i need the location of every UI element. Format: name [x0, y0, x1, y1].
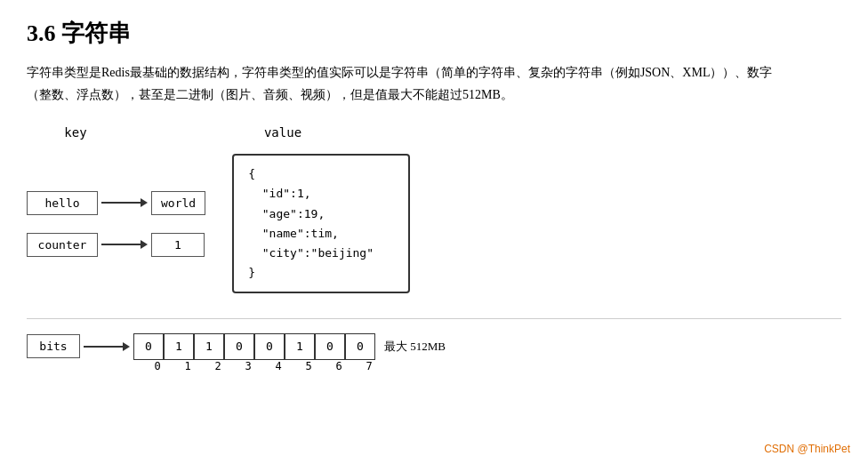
bit-7: 0 — [345, 333, 375, 360]
description-text: 字符串类型是Redis最基础的数据结构，字符串类型的值实际可以是字符串（简单的字… — [27, 61, 792, 106]
table-row: counter 1 — [27, 233, 205, 257]
value-label: value — [238, 125, 327, 140]
key-box-bits: bits — [27, 334, 80, 358]
page-title: 3.6 字符串 — [27, 18, 841, 49]
json-box: { "id":1, "age":19, "name":tim, "city":"… — [232, 154, 410, 293]
bits-section: bits 0 1 1 0 0 1 0 0 最大 512MB 0 1 2 3 — [27, 318, 841, 372]
bit-index-6: 6 — [324, 360, 354, 372]
bit-0: 0 — [133, 333, 164, 360]
bit-3: 0 — [224, 333, 254, 360]
val-box-counter: 1 — [151, 233, 205, 257]
diagram-area: key value hello world counter — [27, 125, 841, 372]
column-labels: key value — [27, 125, 841, 140]
bit-index-7: 7 — [354, 360, 384, 372]
bit-boxes: 0 1 1 0 0 1 0 0 — [133, 333, 375, 360]
bit-index-1: 1 — [173, 360, 203, 372]
kv-rows: hello world counter 1 — [27, 191, 205, 257]
watermark: CSDN @ThinkPet — [764, 443, 850, 455]
val-box-world: world — [151, 191, 205, 215]
table-row: hello world — [27, 191, 205, 215]
key-box-hello: hello — [27, 191, 98, 215]
bit-index-2: 2 — [203, 360, 233, 372]
bit-1: 1 — [164, 333, 194, 360]
json-line-3: "age":19, — [248, 204, 394, 224]
arrow-hello — [101, 198, 148, 207]
bit-5: 1 — [285, 333, 315, 360]
json-line-4: "name":tim, — [248, 224, 394, 244]
bits-row: bits 0 1 1 0 0 1 0 0 最大 512MB — [27, 333, 841, 360]
arrow-bits — [84, 342, 130, 351]
arrow-counter — [101, 240, 148, 249]
bit-6: 0 — [315, 333, 345, 360]
json-line-1: { — [248, 164, 394, 184]
bit-index-3: 3 — [233, 360, 263, 372]
bit-index-4: 4 — [263, 360, 293, 372]
max-label: 最大 512MB — [384, 339, 446, 355]
bit-indices: 0 1 2 3 4 5 6 7 — [142, 360, 841, 372]
json-line-6: } — [248, 263, 394, 283]
key-label: key — [27, 125, 125, 140]
bit-index-0: 0 — [142, 360, 173, 372]
bit-2: 1 — [194, 333, 224, 360]
key-box-counter: counter — [27, 233, 98, 257]
json-line-5: "city":"beijing" — [248, 244, 394, 263]
bit-index-5: 5 — [293, 360, 324, 372]
bit-4: 0 — [254, 333, 285, 360]
json-line-2: "id":1, — [248, 184, 394, 204]
